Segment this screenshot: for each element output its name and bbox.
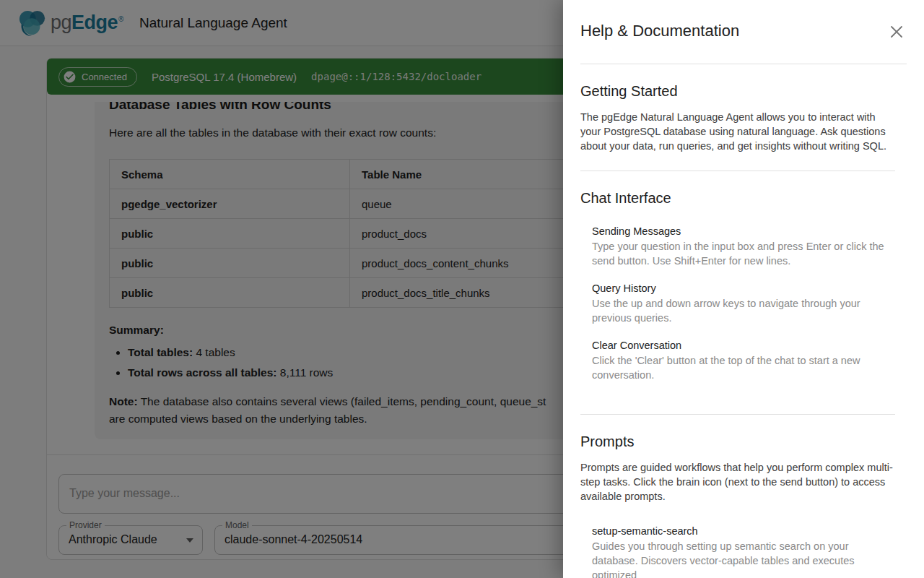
help-item-sending-messages: Sending Messages Type your question in t… — [592, 225, 895, 268]
help-item-setup-semantic-search: setup-semantic-search Guides you through… — [592, 525, 895, 578]
section-body: Prompts are guided workflows that help y… — [580, 460, 895, 504]
section-body: The pgEdge Natural Language Agent allows… — [580, 110, 895, 153]
section-title: Chat Interface — [580, 190, 895, 207]
help-panel-header: Help & Documentation — [563, 0, 924, 64]
section-items: setup-semantic-search Guides you through… — [592, 525, 895, 578]
help-panel: Help & Documentation Getting Started The… — [563, 0, 924, 578]
section-title: Getting Started — [580, 83, 895, 100]
help-panel-title: Help & Documentation — [580, 22, 907, 40]
help-item-title: setup-semantic-search — [592, 525, 895, 537]
section-getting-started: Getting Started The pgEdge Natural Langu… — [580, 64, 895, 171]
help-item-title: Query History — [592, 282, 895, 294]
section-chat-interface: Chat Interface Sending Messages Type you… — [580, 171, 895, 414]
close-button[interactable] — [882, 17, 911, 46]
help-item-clear-conversation: Clear Conversation Click the 'Clear' but… — [592, 340, 895, 382]
section-title: Prompts — [580, 434, 895, 450]
help-item-title: Sending Messages — [592, 225, 895, 237]
help-item-desc: Guides you through setting up semantic s… — [592, 539, 895, 578]
help-item-desc: Use the up and down arrow keys to naviga… — [592, 296, 895, 325]
section-prompts: Prompts Prompts are guided workflows tha… — [580, 415, 895, 578]
close-icon — [889, 24, 905, 40]
help-item-query-history: Query History Use the up and down arrow … — [592, 282, 895, 325]
section-items: Sending Messages Type your question in t… — [592, 225, 895, 382]
help-item-title: Clear Conversation — [592, 340, 895, 351]
help-item-desc: Click the 'Clear' button at the top of t… — [592, 353, 895, 382]
help-item-desc: Type your question in the input box and … — [592, 239, 895, 268]
help-panel-content: Getting Started The pgEdge Natural Langu… — [563, 64, 924, 578]
